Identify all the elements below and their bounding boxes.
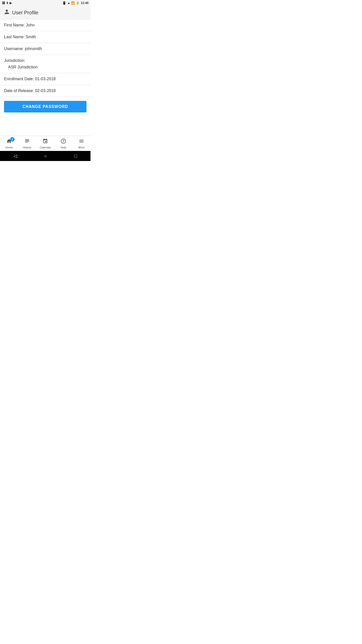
bottom-navigation: 1 Home History Calendar [0, 136, 90, 151]
nav-item-more[interactable]: More [72, 136, 90, 151]
calendar-label: Calendar [40, 146, 51, 149]
svg-rect-1 [25, 140, 29, 141]
page-title: User Profile [12, 10, 38, 16]
history-icon [24, 138, 30, 145]
profile-content: First Name: John Last Name: Smith Userna… [0, 19, 90, 136]
clock: 12:40 [81, 1, 88, 5]
history-label: History [23, 146, 31, 149]
help-icon [61, 138, 66, 145]
last-name-row: Last Name: Smith [0, 31, 90, 43]
jurisdiction-row: Jurisdiction: [0, 55, 90, 64]
status-icons-left: 🖼 ⬇ ▶ [2, 1, 12, 5]
svg-point-5 [63, 142, 64, 142]
back-button[interactable]: ◁ [14, 153, 17, 159]
calendar-icon [42, 138, 48, 145]
jurisdiction-value-row: ASR Jurisdiction [0, 64, 90, 73]
page-header: User Profile [0, 6, 90, 19]
nav-item-calendar[interactable]: Calendar [36, 136, 54, 151]
signal-icon: 📶 [71, 1, 75, 5]
phone-nav-bar: ◁ ○ □ [0, 151, 90, 161]
vibrate-icon: 📳 [62, 1, 66, 5]
change-password-button[interactable]: CHANGE PASSWORD [4, 101, 86, 112]
home-label: Home [5, 146, 13, 149]
svg-rect-2 [25, 141, 29, 142]
battery-icon: 🔋 [76, 1, 80, 5]
home-button[interactable]: ○ [44, 153, 47, 159]
wifi-icon: ▲ [67, 1, 70, 5]
status-icons-right: 📳 ▲ 📶 🔋 12:40 [62, 1, 88, 5]
nav-item-home[interactable]: 1 Home [0, 136, 18, 151]
photo-icon: 🖼 [2, 1, 5, 5]
home-badge: 1 [10, 137, 15, 142]
date-of-release-row: Date of Release: 02-03-2018 [0, 85, 90, 97]
more-label: More [78, 146, 84, 149]
more-icon [79, 138, 84, 145]
status-bar: 🖼 ⬇ ▶ 📳 ▲ 📶 🔋 12:40 [0, 0, 90, 6]
username-row: Username: johnsmith [0, 43, 90, 55]
nav-item-help[interactable]: Help [54, 136, 72, 151]
nav-item-history[interactable]: History [18, 136, 36, 151]
svg-rect-3 [25, 142, 28, 142]
download-icon: ⬇ [6, 1, 9, 5]
help-label: Help [61, 146, 66, 149]
enrollment-date-row: Enrollment Date: 01-03-2018 [0, 73, 90, 85]
jurisdiction-value: ASR Jurisdiction [8, 65, 37, 69]
svg-rect-0 [25, 139, 29, 140]
play-icon: ▶ [10, 1, 12, 5]
first-name-row: First Name: John [0, 19, 90, 31]
user-profile-icon [4, 9, 10, 16]
recents-button[interactable]: □ [74, 153, 77, 159]
